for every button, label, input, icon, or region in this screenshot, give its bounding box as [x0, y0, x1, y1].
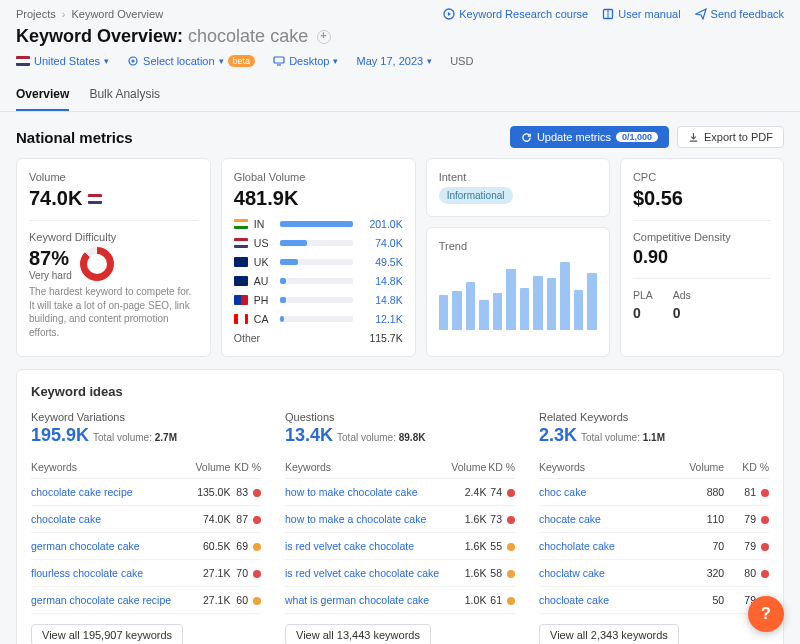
target-icon	[127, 55, 139, 67]
keyword-link[interactable]: german chocolate cake recipe	[31, 594, 171, 606]
ideas-questions: Questions 13.4KTotal volume: 89.8K Keywo…	[285, 411, 515, 644]
device-select[interactable]: Desktop▾	[273, 55, 338, 67]
location-select[interactable]: Select location▾beta	[127, 55, 255, 67]
kd-value: 87%	[29, 247, 72, 270]
gv-label: Global Volume	[234, 171, 403, 183]
chevron-right-icon: ›	[62, 8, 66, 20]
kd-dot-icon	[253, 597, 261, 605]
keyword-link[interactable]: is red velvet cake chocolate	[285, 540, 414, 552]
kd-dot-icon	[253, 516, 261, 524]
table-row: chocholate cake7079	[539, 533, 769, 560]
keyword-link[interactable]: choc cake	[539, 486, 586, 498]
gv-row: UK49.5K	[234, 256, 403, 268]
trend-card: Trend	[426, 227, 610, 357]
page-title: Keyword Overview: chocolate cake	[16, 26, 784, 47]
keyword-link[interactable]: how to make chocolate cake	[285, 486, 418, 498]
viewall-button[interactable]: View all 195,907 keywords	[31, 624, 183, 644]
table-row: how to make a chocolate cake1.6K73	[285, 506, 515, 533]
toolbar: United States▾ Select location▾beta Desk…	[16, 55, 784, 67]
ads-label: Ads	[673, 289, 691, 301]
tab-bulk[interactable]: Bulk Analysis	[89, 79, 160, 111]
cpc-card: CPC $0.56 Competitive Density 0.90 PLA0 …	[620, 158, 784, 357]
section-title: National metrics	[16, 129, 133, 146]
kd-dot-icon	[761, 489, 769, 497]
play-icon	[443, 8, 455, 20]
kd-dot-icon	[761, 516, 769, 524]
download-icon	[688, 132, 699, 143]
flag-ca-icon	[234, 314, 248, 324]
tab-overview[interactable]: Overview	[16, 79, 69, 111]
feedback-link[interactable]: Send feedback	[695, 8, 784, 20]
kd-donut-icon	[80, 247, 114, 281]
table-row: choclatw cake32080	[539, 560, 769, 587]
export-pdf-button[interactable]: Export to PDF	[677, 126, 784, 148]
intent-label: Intent	[439, 171, 597, 183]
cd-value: 0.90	[633, 247, 771, 268]
table-row: chocloate cake5079	[539, 587, 769, 614]
ads-value: 0	[673, 305, 691, 321]
add-keyword-icon[interactable]	[317, 30, 331, 44]
viewall-button[interactable]: View all 13,443 keywords	[285, 624, 431, 644]
keyword: chocolate cake	[188, 26, 308, 46]
keyword-link[interactable]: german chocolate cake	[31, 540, 140, 552]
keyword-link[interactable]: chocloate cake	[539, 594, 609, 606]
volume-card: Volume 74.0K Keyword Difficulty 87% Very…	[16, 158, 211, 357]
refresh-icon	[521, 132, 532, 143]
flag-us-icon	[234, 238, 248, 248]
cd-label: Competitive Density	[633, 231, 771, 243]
tabs: Overview Bulk Analysis	[0, 79, 800, 112]
help-fab[interactable]: ?	[748, 596, 784, 632]
table-row: choc cake88081	[539, 479, 769, 506]
gv-value: 481.9K	[234, 187, 403, 210]
table-row: how to make chocolate cake2.4K74	[285, 479, 515, 506]
table-row: chocolate cake74.0K87	[31, 506, 261, 533]
keyword-link[interactable]: chocolate cake recipe	[31, 486, 133, 498]
country-select[interactable]: United States▾	[16, 55, 109, 67]
keyword-link[interactable]: choclatw cake	[539, 567, 605, 579]
breadcrumb-root[interactable]: Projects	[16, 8, 56, 20]
table-row: is red velvet cake chocolate cake1.6K58	[285, 560, 515, 587]
keyword-link[interactable]: what is german chocolate cake	[285, 594, 429, 606]
breadcrumb-current: Keyword Overview	[71, 8, 163, 20]
keyword-link[interactable]: chocate cake	[539, 513, 601, 525]
update-metrics-button[interactable]: Update metrics 0/1,000	[510, 126, 669, 148]
gv-row: IN201.0K	[234, 218, 403, 230]
table-row: chocolate cake recipe135.0K83	[31, 479, 261, 506]
keyword-link[interactable]: how to make a chocolate cake	[285, 513, 426, 525]
chevron-down-icon: ▾	[104, 56, 109, 66]
table-row: chocate cake11079	[539, 506, 769, 533]
table-row: is red velvet cake chocolate1.6K55	[285, 533, 515, 560]
ideas-title: Keyword ideas	[31, 384, 769, 399]
gv-other-value: 115.7K	[369, 332, 402, 344]
keyword-ideas-card: Keyword ideas Keyword Variations 195.9KT…	[16, 369, 784, 644]
kd-dot-icon	[253, 570, 261, 578]
kd-desc: The hardest keyword to compete for. It w…	[29, 285, 198, 339]
svg-rect-5	[274, 57, 284, 63]
chevron-down-icon: ▾	[333, 56, 338, 66]
pla-value: 0	[633, 305, 653, 321]
keyword-link[interactable]: flourless chocolate cake	[31, 567, 143, 579]
manual-link[interactable]: User manual	[602, 8, 680, 20]
viewall-button[interactable]: View all 2,343 keywords	[539, 624, 679, 644]
update-count: 0/1,000	[616, 132, 658, 142]
keyword-link[interactable]: is red velvet cake chocolate cake	[285, 567, 439, 579]
table-row: german chocolate cake60.5K69	[31, 533, 261, 560]
kd-level: Very hard	[29, 270, 72, 281]
trend-label: Trend	[439, 240, 597, 252]
volume-label: Volume	[29, 171, 198, 183]
table-row: german chocolate cake recipe27.1K60	[31, 587, 261, 614]
table-row: what is german chocolate cake1.0K61	[285, 587, 515, 614]
flag-us-icon	[16, 56, 30, 66]
table-row: flourless chocolate cake27.1K70	[31, 560, 261, 587]
course-link[interactable]: Keyword Research course	[443, 8, 588, 20]
keyword-link[interactable]: chocolate cake	[31, 513, 101, 525]
kd-dot-icon	[253, 489, 261, 497]
svg-point-4	[132, 60, 135, 63]
date-select[interactable]: May 17, 2023▾	[356, 55, 432, 67]
gv-row: AU14.8K	[234, 275, 403, 287]
kd-label: Keyword Difficulty	[29, 231, 198, 243]
flag-au-icon	[234, 276, 248, 286]
flag-uk-icon	[234, 257, 248, 267]
cpc-value: $0.56	[633, 187, 771, 210]
keyword-link[interactable]: chocholate cake	[539, 540, 615, 552]
